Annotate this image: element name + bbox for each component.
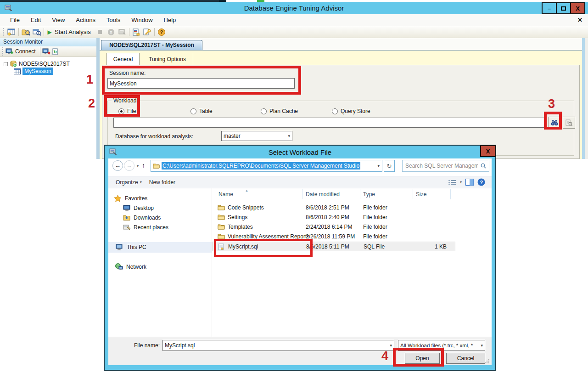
column-name[interactable]: Name — [218, 191, 233, 198]
menu-window[interactable]: Window — [126, 17, 158, 23]
cancel-button[interactable]: Cancel — [446, 353, 485, 364]
file-name-value: MyScript.sql — [165, 342, 195, 349]
session-icon — [14, 68, 21, 74]
menu-actions[interactable]: Actions — [70, 17, 101, 23]
radio-plan-cache[interactable]: Plan Cache — [261, 108, 298, 114]
toolbar-grip[interactable] — [3, 28, 5, 36]
disconnect-icon[interactable] — [42, 46, 51, 57]
refresh-button[interactable]: ↻ — [384, 160, 395, 172]
new-session-icon[interactable] — [6, 27, 17, 37]
cancel-analysis-icon[interactable]: x — [106, 27, 117, 37]
maximize-button[interactable] — [556, 2, 571, 14]
annotation-box-2 — [104, 95, 140, 117]
main-scrollbar[interactable] — [585, 38, 588, 159]
view-options-button[interactable] — [448, 179, 456, 186]
history-dropdown-icon[interactable]: ▾ — [137, 164, 139, 168]
help-icon[interactable]: ? — [156, 27, 167, 37]
open-workload-icon[interactable] — [31, 27, 42, 37]
dialog-help-button[interactable]: ? — [477, 178, 485, 186]
sort-ascending-icon: ▲ — [245, 189, 248, 192]
tree-node-server[interactable]: − NODE5\SQL2017ST — [4, 60, 70, 68]
tree-node-session[interactable]: MySession — [14, 68, 53, 75]
database-select[interactable]: master ▾ — [221, 131, 292, 141]
start-analysis-button[interactable]: Start Analysis — [55, 28, 91, 35]
dialog-client: ← → ▾ ↑ C:\Users\administrator.SQLREPRO\… — [108, 158, 492, 365]
file-row-settings[interactable]: Settings8/6/2018 2:40 PMFile folder — [212, 213, 455, 222]
apply-recommendations-icon[interactable] — [117, 27, 128, 37]
menu-bar: File Edit View Actions Tools Window Help — [0, 14, 588, 26]
network-icon — [115, 263, 123, 270]
screen: Database Engine Tuning Advisor – X File … — [0, 0, 588, 373]
panel-splitter[interactable] — [96, 38, 100, 159]
command-bar: Organize ▾ New folder ▾ ? — [108, 176, 492, 188]
forward-icon: → — [126, 162, 132, 169]
connect-button[interactable]: Connect — [15, 48, 36, 55]
tab-general[interactable]: General — [106, 53, 140, 65]
file-row-templates[interactable]: Templates2/24/2018 6:14 PMFile folder — [212, 222, 455, 232]
view-options-dropdown-icon[interactable]: ▾ — [460, 180, 462, 184]
start-analysis-icon[interactable]: ▶ — [45, 27, 54, 37]
menu-tools[interactable]: Tools — [101, 17, 126, 23]
connect-icon[interactable] — [6, 48, 14, 55]
report-icon[interactable] — [131, 27, 142, 37]
sidebar-item-downloads[interactable]: Downloads — [123, 215, 161, 221]
window-title: Database Engine Tuning Advisor — [0, 4, 588, 12]
radio-table[interactable]: Table — [190, 108, 213, 114]
search-input[interactable] — [403, 163, 478, 169]
stop-analysis-icon[interactable] — [95, 27, 106, 37]
main-toolbar: ▶ Start Analysis x ? — [0, 26, 588, 38]
back-button[interactable]: ← — [112, 160, 123, 171]
up-button[interactable]: ↑ — [142, 162, 145, 169]
file-name-combo[interactable]: MyScript.sql ▾ — [162, 340, 394, 351]
menu-view[interactable]: View — [46, 17, 70, 23]
menu-edit[interactable]: Edit — [25, 17, 46, 23]
sidebar-item-network[interactable]: Network — [115, 263, 146, 270]
file-row-code-snippets[interactable]: Code Snippets8/6/2018 2:51 PMFile folder — [212, 203, 455, 213]
column-date-modified[interactable]: Date modified — [306, 191, 340, 198]
radio-query-store[interactable]: Query Store — [332, 108, 370, 114]
menu-file[interactable]: File — [5, 17, 25, 23]
address-dropdown-icon[interactable]: ▾ — [375, 164, 382, 168]
new-folder-button[interactable]: New folder — [149, 179, 175, 186]
address-bar[interactable]: C:\Users\administrator.SQLREPRO\Document… — [151, 160, 382, 172]
sidebar-item-favorites[interactable]: Favorites — [114, 195, 147, 202]
caption-buttons: – X — [543, 2, 585, 14]
favorites-star-icon — [114, 195, 122, 202]
refresh-session-icon[interactable]: ↻ — [51, 46, 60, 57]
dialog-titlebar: Select Workload File X — [105, 146, 495, 158]
menu-help[interactable]: Help — [158, 17, 182, 23]
workload-file-input[interactable] — [113, 118, 545, 128]
sidebar-item-desktop[interactable]: Desktop — [123, 205, 154, 211]
document-tab[interactable]: NODE5\SQL2017ST - MySession — [101, 40, 202, 50]
dialog-close-icon: X — [486, 148, 490, 155]
server-node-label[interactable]: NODE5\SQL2017ST — [19, 61, 70, 67]
toolbar-close-icon[interactable]: ✕ — [577, 17, 582, 23]
organize-menu[interactable]: Organize ▾ — [116, 179, 142, 186]
column-size[interactable]: Size — [416, 191, 426, 198]
search-icon[interactable] — [478, 163, 489, 169]
annotation-box-4 — [393, 348, 444, 367]
file-name-dropdown-icon: ▾ — [388, 343, 394, 348]
file-type-dropdown-icon: ▾ — [479, 343, 485, 348]
dialog-close-button[interactable]: X — [480, 145, 496, 157]
select-workload-file-dialog: Select Workload File X ← → ▾ ↑ C:\Users\… — [104, 145, 496, 371]
session-node-label[interactable]: MySession — [22, 68, 53, 75]
tab-tuning[interactable]: Tuning Options — [142, 53, 193, 66]
preview-pane-button[interactable] — [465, 179, 474, 186]
tuning-options-icon[interactable] — [142, 27, 153, 37]
sidebar-item-recent-places[interactable]: Recent places — [123, 224, 168, 231]
resize-grip[interactable] — [485, 359, 489, 363]
expander-icon[interactable]: − — [4, 62, 8, 66]
this-pc-icon — [116, 244, 123, 250]
close-button[interactable]: X — [570, 2, 585, 14]
sidebar-item-this-pc[interactable]: This PC — [116, 244, 146, 250]
open-session-icon[interactable] — [20, 27, 31, 37]
annotation-number-3: 3 — [548, 97, 555, 111]
column-headers: ▲ Name Date modified Type Size — [212, 188, 455, 200]
folder-icon — [218, 224, 225, 230]
preview-workload-button[interactable] — [563, 117, 575, 129]
minimize-button[interactable]: – — [542, 2, 557, 14]
downloads-icon — [123, 215, 130, 221]
forward-button[interactable]: → — [124, 160, 134, 171]
column-type[interactable]: Type — [363, 191, 375, 198]
